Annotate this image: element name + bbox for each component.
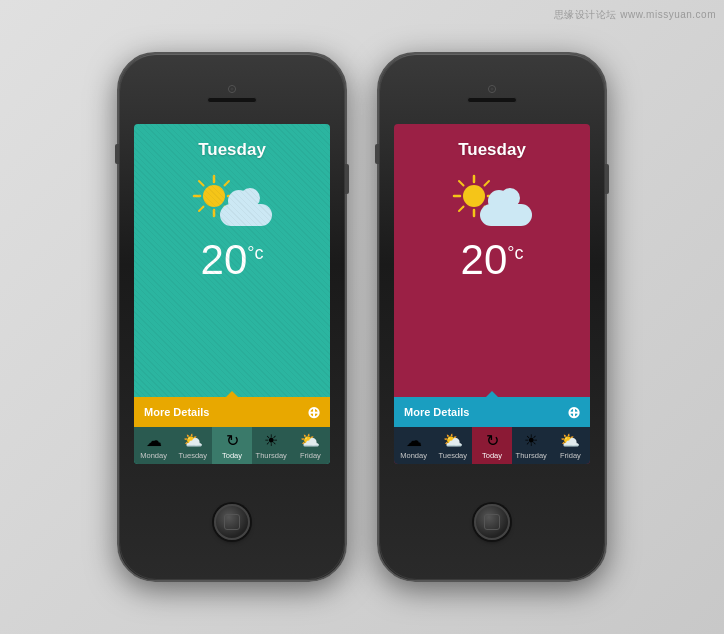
- nav-label-monday-teal: Monday: [140, 451, 167, 460]
- screen-crimson: Tuesday: [394, 124, 590, 464]
- bottom-bezel-crimson: [379, 464, 605, 580]
- speaker: [207, 97, 257, 103]
- more-details-bar-teal[interactable]: More Details ⊕: [134, 397, 330, 427]
- home-button-teal[interactable]: [214, 504, 250, 540]
- home-button-crimson[interactable]: [474, 504, 510, 540]
- temp-teal: 20°c: [201, 236, 264, 284]
- nav-label-friday-teal: Friday: [300, 451, 321, 460]
- nav-tuesday-crimson[interactable]: ⛅ Tuesday: [433, 427, 472, 464]
- nav-today-teal[interactable]: ↻ Today: [212, 427, 251, 464]
- nav-icon-monday-crimson: ☁: [406, 431, 422, 450]
- speaker-2: [467, 97, 517, 103]
- nav-thursday-teal[interactable]: ☀ Thursday: [252, 427, 291, 464]
- nav-label-thursday-crimson: Thursday: [516, 451, 547, 460]
- top-bezel-2: [379, 54, 605, 124]
- nav-tuesday-teal[interactable]: ⛅ Tuesday: [173, 427, 212, 464]
- more-details-label-crimson: More Details: [404, 406, 469, 418]
- bottom-bezel-teal: [119, 464, 345, 580]
- teal-background: Tuesday: [134, 124, 330, 464]
- weather-main-crimson: Tuesday: [394, 124, 590, 397]
- plus-icon-teal[interactable]: ⊕: [307, 403, 320, 422]
- bottom-nav-crimson: ☁ Monday ⛅ Tuesday ↻ Today ☀ Thursday ⛅: [394, 427, 590, 464]
- plus-icon-crimson[interactable]: ⊕: [567, 403, 580, 422]
- nav-monday-teal[interactable]: ☁ Monday: [134, 427, 173, 464]
- camera: [228, 85, 236, 93]
- cloud-icon-teal: [220, 188, 272, 226]
- nav-monday-crimson[interactable]: ☁ Monday: [394, 427, 433, 464]
- day-label-crimson: Tuesday: [458, 140, 526, 160]
- side-button-left-2: [375, 144, 379, 164]
- watermark: 思缘设计论坛 www.missyuan.com: [554, 8, 716, 22]
- svg-line-8: [199, 207, 204, 212]
- nav-icon-monday-teal: ☁: [146, 431, 162, 450]
- svg-line-7: [225, 181, 230, 186]
- nav-label-today-crimson: Today: [482, 451, 502, 460]
- nav-icon-today-crimson: ↻: [486, 431, 499, 450]
- side-button-left: [115, 144, 119, 164]
- nav-icon-tuesday-crimson: ⛅: [443, 431, 463, 450]
- nav-label-tuesday-teal: Tuesday: [179, 451, 208, 460]
- weather-main-teal: Tuesday: [134, 124, 330, 397]
- nav-icon-today-teal: ↻: [226, 431, 239, 450]
- svg-line-5: [199, 181, 204, 186]
- nav-thursday-crimson[interactable]: ☀ Thursday: [512, 427, 551, 464]
- nav-label-thursday-teal: Thursday: [256, 451, 287, 460]
- weather-icon-crimson: [452, 168, 532, 226]
- svg-line-17: [459, 207, 464, 212]
- top-bezel: [119, 54, 345, 124]
- more-details-label-teal: More Details: [144, 406, 209, 418]
- nav-label-monday-crimson: Monday: [400, 451, 427, 460]
- weather-icon-teal: [192, 168, 272, 226]
- nav-friday-crimson[interactable]: ⛅ Friday: [551, 427, 590, 464]
- day-label-teal: Tuesday: [198, 140, 266, 160]
- nav-label-tuesday-crimson: Tuesday: [439, 451, 468, 460]
- more-details-bar-crimson[interactable]: More Details ⊕: [394, 397, 590, 427]
- nav-icon-thursday-crimson: ☀: [524, 431, 538, 450]
- temp-crimson: 20°c: [461, 236, 524, 284]
- home-button-inner-crimson: [484, 514, 500, 530]
- svg-line-14: [459, 181, 464, 186]
- home-button-inner-teal: [224, 514, 240, 530]
- camera-2: [488, 85, 496, 93]
- side-button-right: [345, 164, 349, 194]
- nav-today-crimson[interactable]: ↻ Today: [472, 427, 511, 464]
- svg-line-16: [485, 181, 490, 186]
- phone-teal: Tuesday: [117, 52, 347, 582]
- nav-icon-thursday-teal: ☀: [264, 431, 278, 450]
- nav-icon-friday-crimson: ⛅: [560, 431, 580, 450]
- nav-label-today-teal: Today: [222, 451, 242, 460]
- screen-teal: Tuesday: [134, 124, 330, 464]
- nav-icon-tuesday-teal: ⛅: [183, 431, 203, 450]
- phone-crimson: Tuesday: [377, 52, 607, 582]
- side-button-right-2: [605, 164, 609, 194]
- nav-friday-teal[interactable]: ⛅ Friday: [291, 427, 330, 464]
- bottom-nav-teal: ☁ Monday ⛅ Tuesday ↻ Today ☀ Thursday ⛅: [134, 427, 330, 464]
- nav-icon-friday-teal: ⛅: [300, 431, 320, 450]
- nav-label-friday-crimson: Friday: [560, 451, 581, 460]
- cloud-icon-crimson: [480, 188, 532, 226]
- crimson-background: Tuesday: [394, 124, 590, 464]
